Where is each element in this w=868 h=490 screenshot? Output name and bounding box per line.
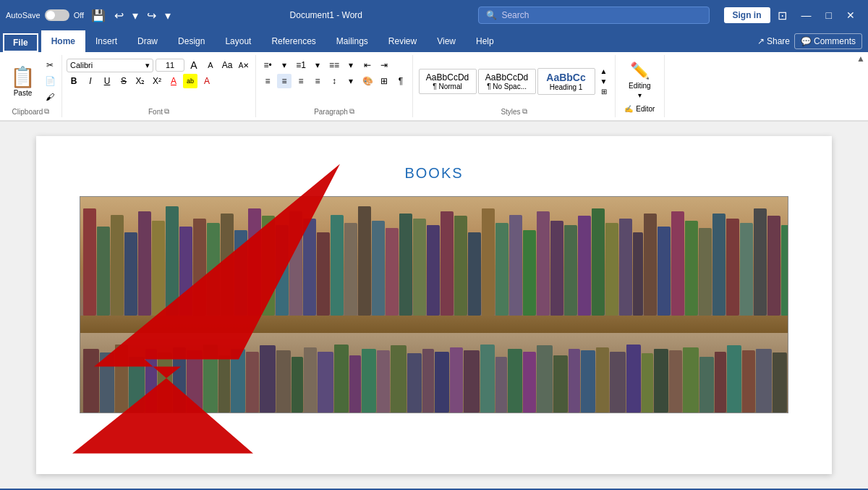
font-size-decrease-button[interactable]: A xyxy=(203,58,218,72)
subscript-button[interactable]: X₂ xyxy=(133,74,148,88)
line-spacing-dropdown[interactable]: ▾ xyxy=(344,74,358,88)
paragraph-expand-icon[interactable]: ⧉ xyxy=(349,107,354,116)
autosave-toggle[interactable] xyxy=(45,9,69,21)
superscript-button[interactable]: X² xyxy=(150,74,164,88)
restore-icon[interactable]: ⊡ xyxy=(775,7,790,24)
ribbon-group-font: Calibri ▾ 11 A A Aa A✕ B I U S X₂ X² A xyxy=(62,55,256,117)
align-center-button[interactable]: ≡ xyxy=(277,74,292,88)
underline-button[interactable]: U xyxy=(100,74,114,88)
undo-dropdown-icon[interactable]: ▾ xyxy=(129,7,141,24)
sign-in-button[interactable]: Sign in xyxy=(724,7,770,23)
numbering-dropdown[interactable]: ▾ xyxy=(310,58,325,72)
bullets-button[interactable]: ≡• xyxy=(260,58,275,72)
close-button[interactable]: ✕ xyxy=(839,7,862,24)
editing-button[interactable]: ✏️ Editing ▾ xyxy=(620,59,660,102)
clipboard-expand-icon[interactable]: ⧉ xyxy=(44,107,49,116)
borders-button[interactable]: ⊞ xyxy=(377,74,391,88)
multilevel-dropdown[interactable]: ▾ xyxy=(344,58,358,72)
title-bar-left: AutoSave Off 💾 ↩ ▾ ↪ ▾ xyxy=(6,7,174,24)
justify-button[interactable]: ≡ xyxy=(310,74,325,88)
styles-scroll-down[interactable]: ▼ xyxy=(598,77,610,86)
share-icon: ↗ xyxy=(757,36,765,46)
line-spacing-button[interactable]: ↕ xyxy=(327,74,341,88)
text-color-button[interactable]: A xyxy=(200,74,214,88)
styles-gallery: AaBbCcDd ¶ Normal AaBbCcDd ¶ No Spac... … xyxy=(419,68,595,95)
styles-content: AaBbCcDd ¶ Normal AaBbCcDd ¶ No Spac... … xyxy=(419,56,610,106)
tab-insert[interactable]: Insert xyxy=(85,30,127,52)
font-color-button[interactable]: A xyxy=(166,74,181,88)
styles-more[interactable]: ⊞ xyxy=(598,87,610,96)
font-expand-icon[interactable]: ⧉ xyxy=(164,107,169,116)
styles-scroll: ▲ ▼ ⊞ xyxy=(598,67,610,96)
font-size-dropdown[interactable]: 11 xyxy=(156,59,184,72)
share-button[interactable]: ↗ Share xyxy=(757,36,790,46)
style-no-space[interactable]: AaBbCcDd ¶ No Spac... xyxy=(478,69,536,94)
search-input[interactable] xyxy=(501,10,702,20)
save-icon[interactable]: 💾 xyxy=(88,7,109,24)
title-bar-right: Sign in ⊡ — □ ✕ xyxy=(715,7,862,24)
multilevel-button[interactable]: ≡≡ xyxy=(327,58,341,72)
ribbon-tabs: File Home Insert Draw Design Layout Refe… xyxy=(0,30,868,52)
editor-button[interactable]: ✍️ Editor xyxy=(620,104,659,114)
font-name-dropdown[interactable]: Calibri ▾ xyxy=(67,59,153,72)
pilcrow-button[interactable]: ¶ xyxy=(393,74,408,88)
styles-label: Styles ⧉ xyxy=(501,106,527,116)
bookshelf-visual xyxy=(80,197,788,413)
paste-label: Paste xyxy=(14,89,33,97)
minimize-button[interactable]: — xyxy=(794,7,819,24)
autosave-state: Off xyxy=(74,11,84,20)
tab-draw[interactable]: Draw xyxy=(127,30,168,52)
styles-expand-icon[interactable]: ⧉ xyxy=(522,107,527,116)
customize-qat-icon[interactable]: ▾ xyxy=(162,7,174,24)
change-case-button[interactable]: Aa xyxy=(220,58,234,72)
italic-button[interactable]: I xyxy=(83,74,98,88)
tab-review[interactable]: Review xyxy=(378,30,427,52)
paragraph-content: ≡• ▾ ≡1 ▾ ≡≡ ▾ ⇤ ⇥ ≡ ≡ ≡ ≡ ↕ ▾ 🎨 xyxy=(260,56,408,106)
bullets-dropdown[interactable]: ▾ xyxy=(277,58,292,72)
font-size-increase-button[interactable]: A xyxy=(187,58,201,72)
cut-button[interactable]: ✂ xyxy=(43,58,57,72)
strikethrough-button[interactable]: S xyxy=(116,74,131,88)
tab-view[interactable]: View xyxy=(427,30,466,52)
comments-button[interactable]: 💬 Comments xyxy=(794,33,862,49)
increase-indent-button[interactable]: ⇥ xyxy=(377,58,391,72)
tab-design[interactable]: Design xyxy=(168,30,215,52)
shelf-board xyxy=(80,316,788,333)
redo-icon[interactable]: ↪ xyxy=(144,7,159,24)
autosave-label: AutoSave xyxy=(6,11,41,20)
ribbon-collapse-button[interactable]: ▲ xyxy=(856,54,865,64)
tab-home[interactable]: Home xyxy=(41,30,85,52)
clipboard-label: Clipboard ⧉ xyxy=(12,106,50,116)
tab-mailings[interactable]: Mailings xyxy=(326,30,378,52)
shading-button[interactable]: 🎨 xyxy=(360,74,375,88)
highlight-button[interactable]: ab xyxy=(183,74,197,88)
title-bar-title: Document1 - Word xyxy=(179,10,472,20)
tab-references[interactable]: References xyxy=(261,30,326,52)
editor-icon: ✍️ xyxy=(624,105,633,113)
tab-file[interactable]: File xyxy=(3,33,38,52)
bookshelf-image xyxy=(80,196,788,413)
tab-help[interactable]: Help xyxy=(466,30,504,52)
clear-formatting-button[interactable]: A✕ xyxy=(237,58,251,72)
editor-content: ✏️ Editing ▾ ✍️ Editor xyxy=(620,56,660,116)
format-painter-button[interactable]: 🖌 xyxy=(43,90,57,104)
document-page: BOOKS xyxy=(36,136,832,474)
numbering-button[interactable]: ≡1 xyxy=(294,58,308,72)
tab-layout[interactable]: Layout xyxy=(215,30,261,52)
copy-button[interactable]: 📄 xyxy=(43,74,57,88)
search-box[interactable]: 🔍 xyxy=(478,7,710,24)
maximize-button[interactable]: □ xyxy=(819,7,839,24)
paste-button[interactable]: 📋 Paste xyxy=(4,62,41,100)
align-right-button[interactable]: ≡ xyxy=(294,74,308,88)
ribbon-group-styles: AaBbCcDd ¶ Normal AaBbCcDd ¶ No Spac... … xyxy=(413,55,616,117)
undo-icon[interactable]: ↩ xyxy=(111,7,127,24)
font-dropdown-chevron: ▾ xyxy=(145,61,150,70)
style-normal[interactable]: AaBbCcDd ¶ Normal xyxy=(419,69,477,94)
style-heading1[interactable]: AaBbCc Heading 1 xyxy=(537,68,595,95)
styles-scroll-up[interactable]: ▲ xyxy=(598,67,610,76)
decrease-indent-button[interactable]: ⇤ xyxy=(360,58,375,72)
align-left-button[interactable]: ≡ xyxy=(260,74,275,88)
ribbon: File Home Insert Draw Design Layout Refe… xyxy=(0,30,868,122)
bold-button[interactable]: B xyxy=(67,74,81,88)
paragraph-label: Paragraph ⧉ xyxy=(314,106,354,116)
